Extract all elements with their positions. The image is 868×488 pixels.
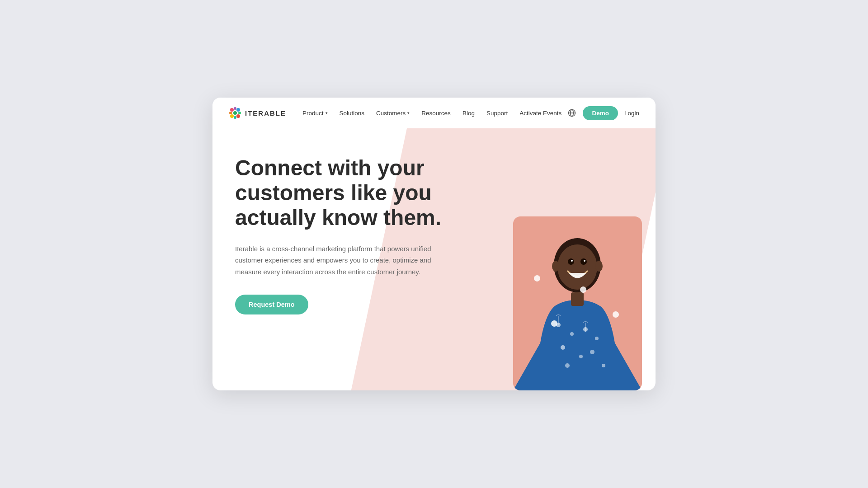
dot-1: [534, 275, 540, 282]
hero-title: Connect with your customers like you act…: [235, 155, 497, 230]
main-card: ITERABLE Product ▾ Solutions Customers ▾…: [212, 98, 656, 390]
svg-point-13: [557, 244, 597, 290]
hero-content: Connect with your customers like you act…: [235, 155, 497, 314]
svg-point-22: [565, 363, 570, 368]
svg-point-21: [602, 364, 605, 367]
svg-point-20: [590, 350, 594, 354]
svg-point-28: [571, 260, 573, 262]
svg-point-4: [233, 111, 237, 115]
login-button[interactable]: Login: [624, 110, 639, 117]
svg-point-24: [552, 261, 559, 272]
chevron-down-icon: ▾: [326, 111, 328, 115]
page-wrapper: ITERABLE Product ▾ Solutions Customers ▾…: [0, 0, 868, 488]
request-demo-button[interactable]: Request Demo: [235, 295, 308, 314]
svg-point-26: [568, 258, 574, 265]
svg-point-17: [595, 337, 599, 340]
svg-point-5: [238, 112, 241, 114]
nav-links: Product ▾ Solutions Customers ▾ Resource…: [302, 110, 567, 117]
nav-right: Demo Login: [567, 106, 639, 120]
logo-icon: [229, 107, 241, 119]
svg-point-27: [580, 258, 587, 265]
svg-point-19: [579, 355, 583, 358]
svg-point-1: [234, 107, 236, 110]
svg-point-2: [236, 108, 240, 112]
svg-point-7: [234, 116, 236, 119]
nav-blog[interactable]: Blog: [462, 110, 475, 117]
svg-rect-23: [571, 292, 584, 306]
chevron-down-icon: ▾: [407, 111, 410, 115]
svg-point-8: [236, 114, 240, 118]
navigation: ITERABLE Product ▾ Solutions Customers ▾…: [212, 98, 656, 128]
svg-point-15: [570, 332, 574, 336]
logo-link[interactable]: ITERABLE: [229, 107, 286, 119]
dot-4: [551, 320, 557, 327]
globe-icon[interactable]: [567, 108, 576, 117]
nav-activate-events[interactable]: Activate Events: [519, 110, 561, 117]
dot-3: [613, 311, 619, 318]
svg-point-3: [229, 112, 232, 114]
nav-resources[interactable]: Resources: [421, 110, 451, 117]
svg-point-18: [561, 345, 565, 350]
demo-button[interactable]: Demo: [583, 106, 618, 120]
nav-customers[interactable]: Customers ▾: [376, 110, 410, 117]
hero-subtitle: Iterable is a cross-channel marketing pl…: [235, 243, 434, 278]
svg-point-6: [230, 114, 234, 118]
svg-point-25: [595, 261, 603, 272]
nav-solutions[interactable]: Solutions: [340, 110, 365, 117]
person-image: [513, 216, 642, 390]
svg-point-0: [230, 108, 234, 112]
svg-point-29: [584, 260, 585, 262]
logo-text: ITERABLE: [245, 109, 286, 117]
hero-section: Connect with your customers like you act…: [212, 128, 656, 390]
nav-support[interactable]: Support: [486, 110, 508, 117]
dot-2: [580, 286, 586, 293]
nav-product[interactable]: Product ▾: [302, 110, 328, 117]
hero-person-card: [513, 216, 642, 390]
